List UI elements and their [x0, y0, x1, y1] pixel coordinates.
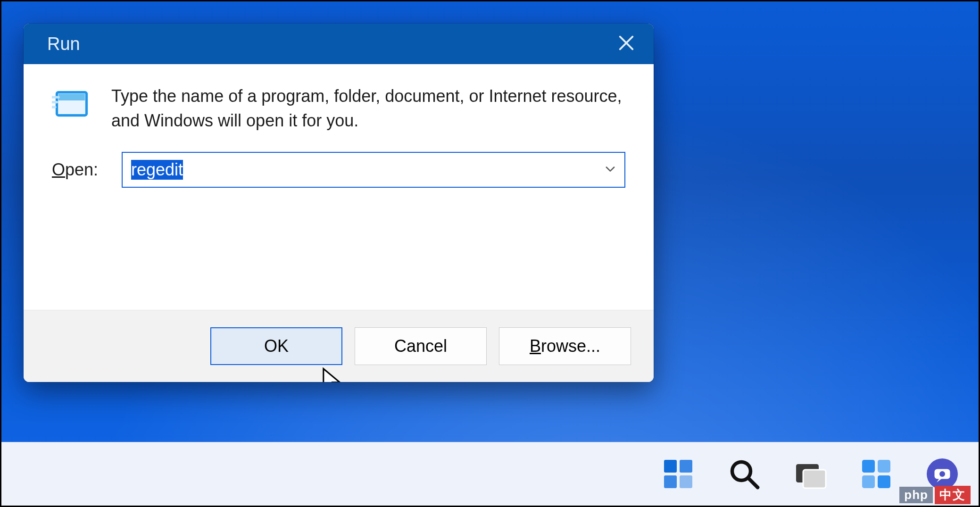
button-bar: OK Cancel Browse...: [24, 310, 654, 382]
svg-point-8: [732, 462, 751, 480]
open-combobox[interactable]: [122, 152, 625, 188]
svg-rect-12: [862, 460, 875, 473]
open-label: Open:: [52, 160, 108, 180]
svg-rect-13: [878, 460, 890, 473]
svg-point-18: [939, 471, 945, 477]
svg-rect-14: [862, 475, 875, 488]
close-button[interactable]: [612, 30, 640, 58]
start-icon: [661, 457, 695, 493]
svg-rect-11: [803, 470, 826, 488]
cancel-button[interactable]: Cancel: [355, 327, 487, 365]
chevron-down-icon: [604, 162, 617, 177]
titlebar-title: Run: [47, 34, 602, 54]
browse-button[interactable]: Browse...: [499, 327, 631, 365]
run-dialog: Run Type the name of a program, folder, …: [24, 24, 654, 382]
widgets-icon: [859, 457, 893, 493]
dialog-body: Type the name of a program, folder, docu…: [24, 64, 654, 382]
watermark-left: php: [899, 487, 933, 503]
watermark-right: 中文: [935, 486, 971, 504]
svg-rect-3: [58, 94, 85, 100]
run-large-icon: [52, 84, 91, 125]
watermark: php 中文: [899, 486, 971, 504]
task-view-icon: [793, 457, 827, 493]
svg-rect-15: [878, 475, 890, 488]
taskbar-search-button[interactable]: [725, 456, 763, 494]
svg-line-9: [749, 479, 758, 487]
taskbar-taskview-button[interactable]: [791, 456, 829, 494]
svg-rect-7: [680, 475, 692, 488]
taskbar-start-button[interactable]: [659, 456, 697, 494]
close-icon: [617, 33, 636, 54]
ok-button[interactable]: OK: [210, 327, 342, 365]
combobox-dropdown-button[interactable]: [603, 162, 618, 177]
taskbar-widgets-button[interactable]: [857, 456, 895, 494]
titlebar: Run: [24, 24, 654, 64]
svg-rect-4: [664, 460, 677, 473]
taskbar: [0, 442, 980, 507]
dialog-description: Type the name of a program, folder, docu…: [111, 84, 625, 133]
svg-rect-6: [664, 475, 677, 488]
open-input[interactable]: [122, 152, 625, 188]
svg-rect-5: [680, 460, 692, 473]
search-icon: [727, 457, 761, 493]
